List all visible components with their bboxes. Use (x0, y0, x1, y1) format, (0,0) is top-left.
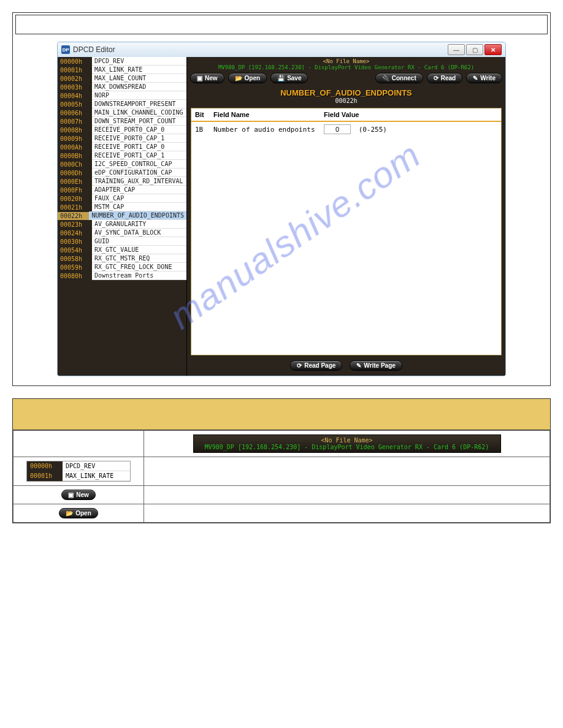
ref-new-button[interactable]: ▣New (61, 490, 96, 500)
mini-list-row: 00001hMAX_LINK_RATE (27, 471, 130, 481)
sidebar-item[interactable]: 00020hFAUX_CAP (58, 194, 186, 203)
sidebar-addr: 0000Dh (58, 169, 92, 177)
refresh-icon: ⟳ (297, 362, 302, 369)
field-bit: 1B (195, 126, 213, 134)
sidebar-addr: 00008h (58, 126, 92, 134)
sidebar-item[interactable]: 0000BhRECEIVE_PORT1_CAP_1 (58, 151, 186, 160)
sidebar-item[interactable]: 0000FhADAPTER_CAP (58, 186, 186, 194)
sidebar-item[interactable]: 00054hRX_GTC_VALUE (58, 246, 186, 254)
sidebar-addr: 00021h (58, 203, 92, 211)
sidebar-addr: 00007h (58, 118, 92, 126)
write-button[interactable]: ✎Write (466, 73, 502, 83)
sidebar-item[interactable]: 00030hGUID (58, 237, 186, 246)
sidebar-addr: 00054h (58, 246, 92, 254)
main-toolbar: ▣New 📂Open 💾Save 🔌Connect ⟳Read ✎Write (187, 72, 505, 86)
new-button[interactable]: ▣New (190, 73, 224, 83)
connect-button[interactable]: 🔌Connect (375, 73, 423, 83)
sidebar-name: DOWNSTREAMPORT_PRESENT (92, 100, 186, 108)
sidebar-name: MSTM_CAP (92, 203, 186, 211)
sidebar-item[interactable]: 00001hMAX_LINK_RATE (58, 66, 186, 74)
col-header-bit: Bit (195, 111, 213, 118)
sidebar-addr: 0000Ch (58, 161, 92, 169)
field-header-row: Bit Field Name Field Value (191, 108, 501, 122)
sidebar-item[interactable]: 00009hRECEIVE_PORT0_CAP_1 (58, 134, 186, 143)
sidebar-addr: 0000Bh (58, 152, 92, 160)
sidebar-item[interactable]: 0000AhRECEIVE_PORT1_CAP_0 (58, 143, 186, 151)
sidebar-addr: 00030h (58, 238, 92, 246)
sidebar-item[interactable]: 00021hMSTM_CAP (58, 203, 186, 211)
sidebar-name: AV_GRANULARITY (92, 220, 186, 229)
field-value-cell: (0-255) (324, 124, 387, 134)
sidebar-name: I2C_SPEED_CONTROL_CAP (92, 160, 186, 169)
sidebar-name: RECEIVE_PORT1_CAP_0 (92, 143, 186, 151)
sidebar-item[interactable]: 00007hDOWN_STREAM_PORT_COUNT (58, 117, 186, 126)
sidebar-item[interactable]: 00000hDPCD_REV (58, 57, 186, 66)
sidebar-addr: 0000Ah (58, 143, 92, 151)
ref-cell-right-2 (144, 457, 550, 486)
sidebar-item[interactable]: 00008hRECEIVE_PORT0_CAP_0 (58, 126, 186, 134)
sidebar-name: FAUX_CAP (92, 194, 186, 203)
sidebar-item[interactable]: 00023hAV_GRANULARITY (58, 220, 186, 229)
read-button[interactable]: ⟳Read (427, 73, 462, 83)
sidebar-item[interactable]: 0000EhTRAINING_AUX_RD_INTERVAL (58, 177, 186, 186)
maximize-button[interactable]: ▢ (466, 44, 483, 55)
status-bar: <No File Name> MV980_DP [192.168.254.230… (187, 57, 505, 72)
ref-cell-connection: <No File Name> MV980_DP [192.168.254.230… (144, 431, 550, 457)
close-button[interactable]: ✕ (484, 44, 502, 55)
ref-cell-minilist: 00000hDPCD_REV00001hMAX_LINK_RATE (13, 457, 144, 486)
sidebar-addr: 00059h (58, 264, 92, 271)
sidebar-name: MAIN_LINK_CHANNEL_CODING (92, 108, 186, 117)
main-panel: <No File Name> MV980_DP [192.168.254.230… (186, 57, 505, 376)
mini-name: MAX_LINK_RATE (63, 471, 130, 481)
minimize-button[interactable]: — (448, 44, 465, 55)
ref-cell-left-1 (13, 431, 144, 457)
mini-register-list: 00000hDPCD_REV00001hMAX_LINK_RATE (26, 461, 131, 482)
sidebar-name: eDP_CONFIGURATION_CAP (92, 169, 186, 177)
sidebar-item[interactable]: 0000ChI2C_SPEED_CONTROL_CAP (58, 160, 186, 169)
read-page-button[interactable]: ⟳Read Page (290, 360, 342, 371)
sidebar-addr: 00003h (58, 83, 92, 91)
write-page-button[interactable]: ✎Write Page (350, 360, 402, 371)
open-button[interactable]: 📂Open (228, 73, 267, 83)
sidebar-addr: 00058h (58, 255, 92, 263)
folder-open-icon: 📂 (66, 510, 73, 517)
connection-strip: <No File Name> MV980_DP [192.168.254.230… (193, 434, 501, 453)
sidebar-name: MAX_LANE_COUNT (92, 74, 186, 83)
refresh-icon: ⟳ (434, 75, 439, 82)
folder-open-icon: 📂 (235, 75, 242, 82)
sidebar-item[interactable]: 00080hDownstream Ports (58, 271, 186, 280)
mini-addr: 00000h (27, 461, 63, 471)
sidebar-name: Downstream Ports (92, 271, 186, 280)
pencil-icon: ✎ (473, 75, 478, 82)
save-button[interactable]: 💾Save (270, 73, 308, 83)
sidebar-name: MAX_LINK_RATE (92, 66, 186, 74)
sidebar-addr: 00002h (58, 75, 92, 83)
sidebar-item[interactable]: 00003hMAX_DOWNSPREAD (58, 83, 186, 91)
sidebar-addr: 00080h (58, 272, 92, 280)
sidebar-item[interactable]: 00058hRX_GTC_MSTR_REQ (58, 254, 186, 263)
sidebar-name: ADAPTER_CAP (92, 186, 186, 194)
col-header-field-value: Field Value (324, 111, 359, 118)
register-sidebar[interactable]: 00000hDPCD_REV00001hMAX_LINK_RATE00002hM… (58, 57, 186, 376)
sidebar-item[interactable]: 00004hNORP (58, 91, 186, 100)
ref-open-button[interactable]: 📂Open (59, 508, 98, 518)
field-row: 1B Number of audio endpoints (0-255) (191, 122, 501, 137)
sidebar-item[interactable]: 00024hAV_SYNC_DATA_BLOCK (58, 229, 186, 237)
col-header-field-name: Field Name (213, 111, 324, 118)
sidebar-name: AV_SYNC_DATA_BLOCK (92, 229, 186, 237)
status-file-name: <No File Name> (187, 58, 505, 64)
sidebar-item[interactable]: 0000DheDP_CONFIGURATION_CAP (58, 169, 186, 177)
sidebar-name: RX_GTC_FREQ_LOCK_DONE (92, 263, 186, 271)
sidebar-item[interactable]: 00005hDOWNSTREAMPORT_PRESENT (58, 100, 186, 108)
sidebar-item[interactable]: 00002hMAX_LANE_COUNT (58, 74, 186, 83)
sidebar-addr: 00020h (58, 195, 92, 203)
sidebar-addr: 00022h (58, 212, 89, 220)
sidebar-name: RX_GTC_VALUE (92, 246, 186, 254)
new-file-icon: ▣ (68, 491, 74, 498)
sidebar-item[interactable]: 00006hMAIN_LINK_CHANNEL_CODING (58, 108, 186, 117)
field-value-input[interactable] (324, 124, 351, 134)
sidebar-item[interactable]: 00022hNUMBER_OF_AUDIO_ENDPOINTS (58, 211, 186, 220)
sidebar-name: MAX_DOWNSPREAD (92, 83, 186, 91)
save-icon: 💾 (277, 75, 285, 82)
sidebar-item[interactable]: 00059hRX_GTC_FREQ_LOCK_DONE (58, 263, 186, 271)
